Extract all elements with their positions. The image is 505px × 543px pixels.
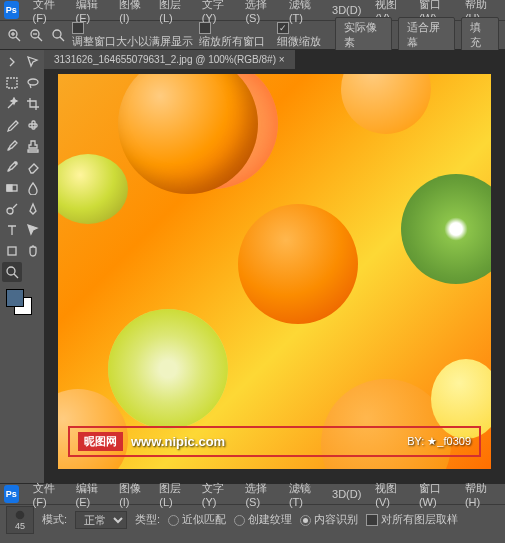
zoom-tool[interactable]: [2, 262, 22, 282]
workspace: 3131626_164655079631_2.jpg @ 100%(RGB/8#…: [0, 50, 505, 483]
eraser-tool[interactable]: [23, 157, 43, 177]
canvas[interactable]: 昵图网 www.nipic.com BY: ★_f0309: [58, 74, 491, 469]
watermark-selection: 昵图网 www.nipic.com BY: ★_f0309: [68, 426, 481, 457]
crop-tool[interactable]: [23, 94, 43, 114]
brush-preview[interactable]: 45: [6, 506, 34, 534]
zoom-out-icon[interactable]: [28, 26, 44, 44]
color-swatches[interactable]: [2, 289, 43, 319]
type-tool[interactable]: [2, 220, 22, 240]
checkbox-icon: [366, 514, 378, 526]
gradient-tool[interactable]: [2, 178, 22, 198]
path-tool[interactable]: [23, 220, 43, 240]
bottom-panel: Ps 文件(F) 编辑(E) 图像(I) 图层(L) 文字(Y) 选择(S) 滤…: [0, 483, 505, 543]
menu-type[interactable]: 文字(Y): [196, 479, 238, 510]
svg-rect-9: [7, 78, 17, 88]
ps-logo: Ps: [4, 1, 19, 19]
fill-screen-button[interactable]: 填充: [461, 17, 499, 53]
eyedropper-tool[interactable]: [2, 115, 22, 135]
menu-view[interactable]: 视图(V): [369, 479, 411, 510]
mode-label: 模式:: [42, 512, 67, 527]
menu-file[interactable]: 文件(F): [27, 0, 68, 26]
type-label: 类型:: [135, 512, 160, 527]
svg-point-20: [16, 510, 25, 519]
lasso-tool[interactable]: [23, 73, 43, 93]
svg-point-16: [7, 208, 13, 214]
menu-edit[interactable]: 编辑(E): [70, 479, 112, 510]
create-texture-option[interactable]: 创建纹理: [234, 512, 292, 527]
radio-icon: [234, 515, 245, 526]
checkbox-icon: [277, 22, 289, 34]
svg-line-5: [38, 37, 42, 41]
document-image: 昵图网 www.nipic.com BY: ★_f0309: [58, 74, 491, 469]
radio-icon: [168, 515, 179, 526]
svg-point-7: [53, 30, 61, 38]
svg-rect-12: [32, 121, 35, 129]
bottom-menubar: Ps 文件(F) 编辑(E) 图像(I) 图层(L) 文字(Y) 选择(S) 滤…: [0, 484, 505, 504]
brush-tool[interactable]: [2, 136, 22, 156]
menu-help[interactable]: 帮助(H): [459, 479, 501, 510]
dodge-tool[interactable]: [2, 199, 22, 219]
zoom-in-icon[interactable]: [6, 26, 22, 44]
foreground-color[interactable]: [6, 289, 24, 307]
move-tool[interactable]: [23, 52, 43, 72]
stamp-tool[interactable]: [23, 136, 43, 156]
svg-rect-11: [29, 124, 37, 127]
menu-filter[interactable]: 滤镜(T): [283, 479, 324, 510]
svg-line-1: [16, 37, 20, 41]
fit-screen-button[interactable]: 适合屏幕: [398, 17, 455, 53]
marquee-tool[interactable]: [2, 73, 22, 93]
menu-3d[interactable]: 3D(D): [326, 486, 367, 502]
menu-image[interactable]: 图像(I): [113, 479, 151, 510]
resize-window-option[interactable]: 调整窗口大小以满屏显示: [72, 21, 193, 49]
svg-line-8: [60, 37, 64, 41]
watermark-author: BY: ★_f0309: [407, 435, 471, 448]
ps-logo: Ps: [4, 485, 19, 503]
checkbox-icon: [72, 22, 84, 34]
watermark-badge: 昵图网: [78, 432, 123, 451]
menu-window[interactable]: 窗口(W): [413, 479, 457, 510]
svg-point-18: [7, 267, 15, 275]
radio-icon: [300, 515, 311, 526]
canvas-area: 3131626_164655079631_2.jpg @ 100%(RGB/8#…: [44, 50, 505, 483]
zoom-all-option[interactable]: 缩放所有窗口: [199, 21, 271, 49]
zoom-icon[interactable]: [50, 26, 66, 44]
svg-rect-17: [8, 247, 16, 255]
menu-3d[interactable]: 3D(D): [326, 2, 367, 18]
svg-point-13: [15, 162, 17, 164]
watermark-url: www.nipic.com: [131, 434, 225, 449]
proximity-option[interactable]: 近似匹配: [168, 512, 226, 527]
history-brush-tool[interactable]: [2, 157, 22, 177]
tools-panel: [0, 50, 44, 483]
blur-tool[interactable]: [23, 178, 43, 198]
checkbox-icon: [199, 22, 211, 34]
document-tab[interactable]: 3131626_164655079631_2.jpg @ 100%(RGB/8#…: [44, 50, 295, 69]
mode-select[interactable]: 正常: [75, 511, 127, 529]
menu-select[interactable]: 选择(S): [239, 479, 281, 510]
sample-all-option[interactable]: 对所有图层取样: [366, 512, 458, 527]
content-aware-option[interactable]: 内容识别: [300, 512, 358, 527]
svg-rect-15: [7, 185, 12, 191]
wand-tool[interactable]: [2, 94, 22, 114]
heal-tool[interactable]: [23, 115, 43, 135]
actual-pixels-button[interactable]: 实际像素: [335, 17, 392, 53]
svg-line-19: [14, 274, 18, 278]
scrubby-option[interactable]: 细微缩放: [277, 21, 329, 49]
expand-icon[interactable]: [2, 52, 22, 72]
options-bar: 调整窗口大小以满屏显示 缩放所有窗口 细微缩放 实际像素 适合屏幕 填充: [0, 20, 505, 50]
menu-layer[interactable]: 图层(L): [153, 479, 194, 510]
pen-tool[interactable]: [23, 199, 43, 219]
hand-tool[interactable]: [23, 241, 43, 261]
shape-tool[interactable]: [2, 241, 22, 261]
